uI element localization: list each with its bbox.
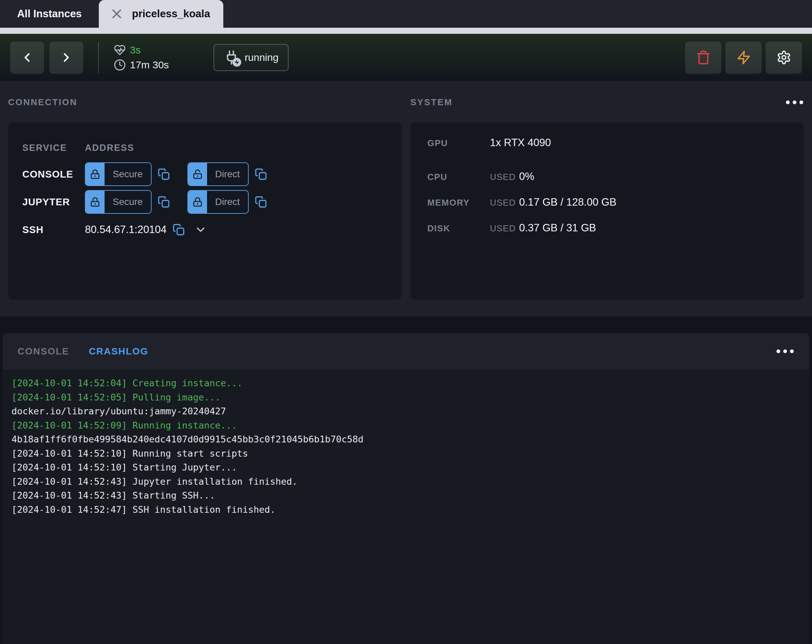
- tab-all-instances-label: All Instances: [17, 8, 81, 20]
- service-column-header: SERVICE: [22, 143, 85, 153]
- copy-icon[interactable]: [158, 168, 170, 180]
- ssh-address: 80.54.67.1:20104: [85, 224, 166, 236]
- cpu-label: CPU: [427, 171, 490, 183]
- chevron-down-icon[interactable]: [194, 223, 207, 236]
- tab-bar: All Instances priceless_koala: [0, 0, 812, 28]
- system-more-menu-icon[interactable]: [785, 98, 804, 106]
- copy-icon[interactable]: [172, 224, 185, 236]
- prev-instance-button[interactable]: [10, 41, 44, 74]
- status-badge[interactable]: running: [214, 44, 288, 71]
- connection-column: CONNECTION SERVICE ADDRESS CONSOLE: [8, 97, 401, 300]
- address-column-header: ADDRESS: [85, 143, 134, 153]
- log-line: [2024-10-01 14:52:43] Starting SSH...: [12, 488, 800, 503]
- disk-row: DISK USED0.37 GB / 31 GB: [427, 222, 798, 234]
- tab-console[interactable]: CONSOLE: [18, 346, 69, 357]
- system-column: SYSTEM GPU 1x RTX 4090 CPU USED0%: [411, 97, 804, 300]
- log-line: [2024-10-01 14:52:47] SSH installation f…: [12, 503, 800, 517]
- trash-icon: [696, 50, 711, 65]
- lock-icon: [85, 191, 105, 213]
- copy-icon[interactable]: [158, 196, 170, 208]
- disk-value: 0.37 GB / 31 GB: [519, 222, 596, 234]
- log-line: [2024-10-01 14:52:10] Starting Jupyter..…: [12, 460, 800, 475]
- console-direct-label: Direct: [207, 163, 248, 185]
- console-secure-button[interactable]: Secure: [85, 162, 151, 186]
- copy-icon[interactable]: [255, 196, 267, 208]
- log-line: [2024-10-01 14:52:09] Running instance..…: [12, 418, 800, 433]
- chevron-right-icon: [59, 50, 73, 65]
- console-more-menu-icon[interactable]: [776, 347, 794, 355]
- table-row-console: CONSOLE Secure: [22, 162, 388, 186]
- console-header: CONSOLE CRASHLOG: [3, 333, 809, 369]
- table-row-jupyter: JUPYTER Secure: [22, 190, 388, 214]
- cpu-row: CPU USED0%: [427, 171, 798, 183]
- console-direct-button[interactable]: Direct: [188, 162, 249, 186]
- tab-crashlog[interactable]: CRASHLOG: [89, 346, 148, 357]
- heartbeat-value: 3s: [130, 44, 141, 56]
- log-line: [2024-10-01 14:52:04] Creating instance.…: [12, 376, 800, 390]
- toolbar-actions: [685, 41, 802, 74]
- heartbeat-stat: 3s: [114, 44, 169, 56]
- tab-instance[interactable]: priceless_koala: [99, 0, 223, 28]
- memory-used-label: USED: [490, 197, 516, 208]
- tab-underline-strip: [0, 28, 812, 34]
- jupyter-secure-label: Secure: [105, 191, 151, 213]
- uptime-value: 17m 30s: [130, 59, 169, 71]
- status-label: running: [244, 52, 278, 63]
- instance-stats: 3s 17m 30s: [114, 44, 169, 71]
- reboot-button[interactable]: [725, 41, 762, 74]
- log-line: [2024-10-01 14:52:43] Jupyter installati…: [12, 475, 800, 489]
- log-line: 4b18af1ff6f0fbe499584b240edc4107d0d9915c…: [12, 432, 800, 447]
- memory-row: MEMORY USED0.17 GB / 128.00 GB: [427, 196, 798, 208]
- cpu-value: 0%: [519, 171, 534, 182]
- tab-all-instances[interactable]: All Instances: [0, 0, 99, 28]
- console-secure-label: Secure: [105, 163, 151, 185]
- crashlog-output[interactable]: [2024-10-01 14:52:04] Creating instance.…: [3, 369, 809, 644]
- gpu-label: GPU: [427, 137, 490, 149]
- clock-icon: [114, 59, 126, 71]
- cpu-used-label: USED: [490, 172, 516, 182]
- chevron-left-icon: [20, 50, 34, 65]
- heart-pulse-icon: [114, 44, 126, 56]
- zap-badge-icon: [232, 58, 241, 67]
- system-title: SYSTEM: [411, 97, 453, 108]
- close-icon[interactable]: [110, 8, 123, 20]
- log-line: docker.io/library/ubuntu:jammy-20240427: [12, 404, 800, 418]
- next-instance-button[interactable]: [49, 41, 83, 74]
- overview-section: CONNECTION SERVICE ADDRESS CONSOLE: [0, 81, 812, 316]
- disk-used-label: USED: [490, 223, 516, 233]
- gpu-row: GPU 1x RTX 4090: [427, 137, 798, 149]
- lock-open-icon: [188, 163, 207, 185]
- service-name: JUPYTER: [22, 197, 85, 208]
- service-name: CONSOLE: [22, 169, 85, 180]
- tab-instance-label: priceless_koala: [132, 8, 210, 20]
- lock-icon: [188, 191, 207, 213]
- service-name: SSH: [22, 224, 85, 235]
- disk-label: DISK: [427, 222, 490, 234]
- connection-title: CONNECTION: [8, 97, 78, 108]
- log-line: [2024-10-01 14:52:10] Running start scri…: [12, 447, 800, 461]
- memory-label: MEMORY: [427, 196, 490, 208]
- plug-zap-icon: [224, 50, 239, 65]
- gear-icon: [777, 50, 791, 65]
- memory-value: 0.17 GB / 128.00 GB: [519, 196, 617, 208]
- toolbar-divider: [98, 42, 99, 73]
- system-card: GPU 1x RTX 4090 CPU USED0% MEMORY USED: [411, 122, 804, 300]
- jupyter-secure-button[interactable]: Secure: [85, 190, 151, 214]
- jupyter-direct-label: Direct: [207, 191, 248, 213]
- destroy-button[interactable]: [685, 41, 721, 74]
- copy-icon[interactable]: [255, 168, 267, 180]
- uptime-stat: 17m 30s: [114, 59, 169, 71]
- console-panel: CONSOLE CRASHLOG [2024-10-01 14:52:04] C…: [3, 333, 809, 644]
- section-divider: [0, 316, 812, 333]
- log-line: [2024-10-01 14:52:05] Pulling image...: [12, 390, 800, 404]
- instance-toolbar: 3s 17m 30s running: [0, 34, 812, 81]
- gpu-value: 1x RTX 4090: [490, 137, 551, 148]
- connection-card: SERVICE ADDRESS CONSOLE Secure: [8, 122, 401, 300]
- jupyter-direct-button[interactable]: Direct: [188, 190, 249, 214]
- lock-icon: [85, 163, 105, 185]
- table-row-ssh: SSH 80.54.67.1:20104: [22, 217, 388, 242]
- zap-icon: [736, 50, 751, 65]
- settings-button[interactable]: [766, 41, 802, 74]
